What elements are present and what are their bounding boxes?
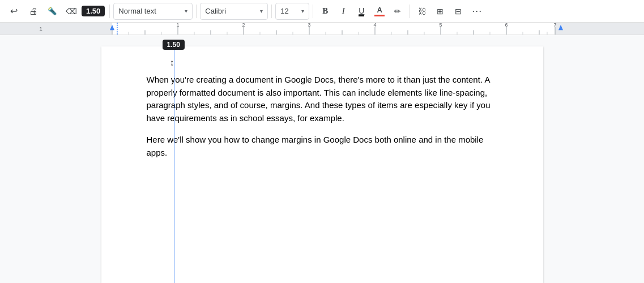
print-icon: 🖨	[29, 6, 37, 16]
font-label: Calibri	[205, 7, 226, 15]
more-options-button[interactable]: ···	[468, 2, 486, 20]
font-color-button[interactable]: A	[371, 3, 388, 20]
font-color-label: A	[377, 6, 382, 14]
divider-5	[410, 5, 410, 18]
insert-link-button[interactable]: ⛓	[413, 3, 430, 20]
link-icon: ⛓	[418, 7, 426, 16]
print-button[interactable]: 🖨	[24, 2, 42, 20]
svg-rect-1	[0, 23, 112, 35]
underline-label: U	[359, 6, 364, 16]
svg-text:6: 6	[505, 23, 507, 28]
bold-button[interactable]: B	[317, 3, 334, 20]
font-size-dropdown[interactable]: 12 ▾	[275, 3, 309, 20]
highlight-icon: ✏	[394, 7, 401, 16]
paragraph-style-chevron: ▾	[185, 8, 187, 14]
divider-3	[271, 5, 272, 18]
svg-text:5: 5	[439, 23, 442, 28]
underline-button[interactable]: U	[353, 3, 370, 20]
svg-text:2: 2	[242, 23, 245, 28]
undo-button[interactable]: ↩	[5, 2, 23, 20]
ruler[interactable]: 1 1 2 3 4 5 6 7	[0, 23, 644, 35]
undo-icon: ↩	[10, 6, 18, 16]
document-page: 1.50 ↕ When you're creating a document i…	[101, 46, 543, 283]
margin-indicator-line	[174, 41, 175, 283]
svg-text:3: 3	[308, 23, 310, 28]
svg-text:1: 1	[39, 26, 42, 32]
margin-position-tooltip: 1.50	[163, 40, 185, 50]
ruler-svg: 1 1 2 3 4 5 6 7	[0, 23, 644, 35]
divider-1	[109, 5, 110, 18]
insert-image-button[interactable]: ⊟	[450, 3, 467, 20]
spellcheck-button[interactable]: 🔦	[43, 2, 61, 20]
margin-tooltip-pill: 1.50	[82, 6, 105, 16]
document-area[interactable]: 1.50 ↕ When you're creating a document i…	[0, 35, 644, 283]
font-size-label: 12	[280, 7, 288, 15]
comment-icon: ⊞	[437, 7, 443, 16]
cursor-arrow-indicator: ↕	[170, 58, 174, 68]
toolbar: ↩ 🖨 🔦 ⌫ 1.50 Normal text ▾ Calibri ▾ 12 …	[0, 0, 644, 23]
more-icon: ···	[472, 5, 482, 17]
insert-comment-button[interactable]: ⊞	[432, 3, 449, 20]
font-chevron: ▾	[260, 8, 263, 14]
highlight-button[interactable]: ✏	[389, 3, 406, 20]
font-dropdown[interactable]: Calibri ▾	[200, 3, 268, 20]
svg-text:7: 7	[553, 23, 556, 28]
italic-button[interactable]: I	[335, 3, 352, 20]
font-color-bar	[374, 15, 385, 16]
paragraph-style-dropdown[interactable]: Normal text ▾	[113, 3, 193, 20]
spellcheck-icon: 🔦	[48, 7, 57, 15]
divider-4	[313, 5, 313, 18]
svg-text:1: 1	[176, 23, 179, 28]
divider-2	[196, 5, 197, 18]
image-icon: ⊟	[455, 7, 462, 16]
format-paint-icon: ⌫	[66, 7, 77, 16]
paragraph-style-label: Normal text	[118, 7, 156, 15]
svg-text:4: 4	[373, 23, 376, 28]
svg-rect-2	[555, 23, 644, 35]
format-paint-button[interactable]: ⌫	[62, 2, 80, 20]
font-size-chevron: ▾	[301, 8, 304, 14]
